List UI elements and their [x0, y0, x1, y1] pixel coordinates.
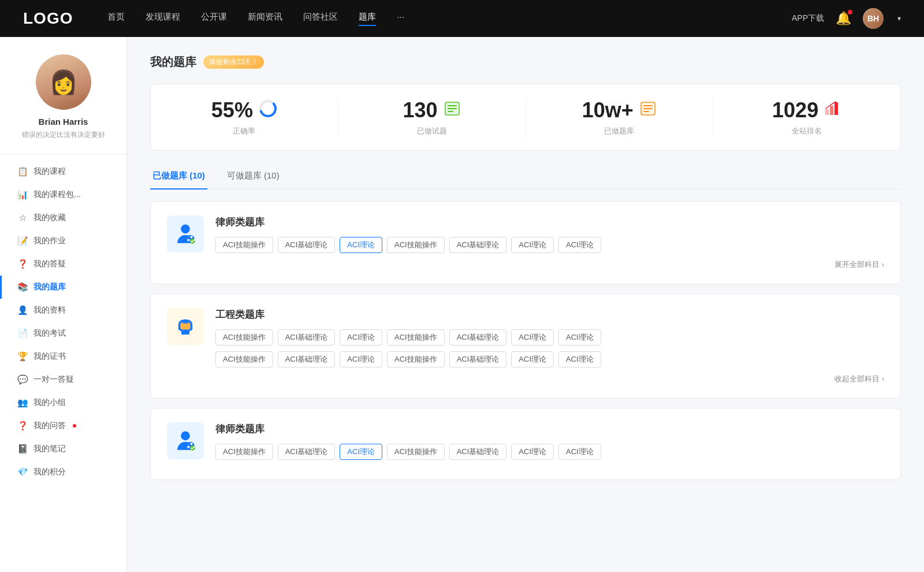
bank-card-lawyer-1: 律师类题库 ACI技能操作 ACI基础理论 ACI理论 ACI技能操作 ACI基…	[150, 201, 901, 284]
tab-available-banks[interactable]: 可做题库 (10)	[225, 165, 282, 188]
nav-more[interactable]: ···	[397, 12, 404, 26]
course-pkg-icon: 📊	[17, 190, 28, 200]
tag[interactable]: ACI基础理论	[449, 237, 507, 253]
nav-home[interactable]: 首页	[107, 12, 125, 26]
nav-app-download[interactable]: APP下载	[792, 13, 824, 24]
bank-icon-wrap-lawyer-2	[167, 422, 204, 459]
sidebar-item-label: 我的题库	[33, 282, 66, 292]
tag[interactable]: ACI基础理论	[278, 237, 336, 253]
stat-done-banks-label: 已做题库	[538, 126, 702, 136]
tab-done-banks[interactable]: 已做题库 (10)	[150, 165, 207, 188]
tag[interactable]: ACI理论	[511, 329, 554, 346]
tag[interactable]: ACI技能操作	[215, 329, 273, 346]
svg-point-19	[181, 431, 190, 440]
stat-ranking-value: 1029	[772, 98, 818, 122]
bank-content-lawyer-1: 律师类题库 ACI技能操作 ACI基础理论 ACI理论 ACI技能操作 ACI基…	[215, 216, 884, 270]
sidebar-item-label: 我的小组	[33, 398, 66, 408]
tag[interactable]: ACI理论	[558, 237, 601, 253]
tag[interactable]: ACI基础理论	[278, 444, 336, 460]
tag[interactable]: ACI基础理论	[278, 351, 336, 367]
group-icon: 👥	[17, 398, 28, 408]
tag[interactable]: ACI技能操作	[387, 237, 445, 253]
tag[interactable]: ACI基础理论	[449, 329, 507, 346]
tag[interactable]: ACI理论	[558, 351, 601, 367]
svg-rect-10	[825, 109, 829, 115]
bank-content-engineer: 工程类题库 ACI技能操作 ACI基础理论 ACI理论 ACI技能操作 ACI基…	[215, 308, 884, 384]
nav-qa[interactable]: 问答社区	[303, 12, 338, 26]
nav-news[interactable]: 新闻资讯	[248, 12, 282, 26]
tag[interactable]: ACI理论	[340, 351, 382, 367]
sidebar-item-collection[interactable]: ☆ 我的收藏	[0, 206, 126, 229]
tag-selected[interactable]: ACI理论	[340, 237, 382, 253]
nav-discover[interactable]: 发现课程	[146, 12, 180, 26]
tag[interactable]: ACI技能操作	[387, 444, 445, 460]
avatar[interactable]: BH	[863, 8, 884, 29]
sidebar-item-one-one-qa[interactable]: 💬 一对一答疑	[0, 368, 126, 391]
lawyer-icon	[173, 222, 198, 246]
bank-footer-engineer: 收起全部科目 ›	[215, 373, 884, 384]
sidebar-item-group[interactable]: 👥 我的小组	[0, 391, 126, 414]
svg-rect-11	[830, 106, 833, 115]
done-banks-icon	[639, 100, 657, 121]
nav-public[interactable]: 公开课	[201, 12, 227, 26]
nav-links: 首页 发现课程 公开课 新闻资讯 问答社区 题库 ···	[107, 12, 792, 26]
user-avatar: 👩	[36, 54, 91, 110]
page-layout: 👩 Brian Harris 错误的决定比没有决定要好 📋 我的课程 📊 我的课…	[0, 37, 924, 572]
tag[interactable]: ACI理论	[511, 237, 554, 253]
tag[interactable]: ACI理论	[558, 329, 601, 346]
tag[interactable]: ACI基础理论	[449, 351, 507, 367]
stat-done-questions-label: 已做试题	[350, 126, 514, 136]
sidebar-item-label: 我的考试	[33, 328, 66, 339]
tag[interactable]: ACI基础理论	[449, 444, 507, 460]
sidebar-item-question-bank[interactable]: 📚 我的题库	[0, 276, 126, 299]
sidebar-item-course-pkg[interactable]: 📊 我的课程包...	[0, 183, 126, 206]
navbar: LOGO 首页 发现课程 公开课 新闻资讯 问答社区 题库 ··· APP下载 …	[0, 0, 924, 37]
sidebar-item-exam[interactable]: 📄 我的考试	[0, 322, 126, 345]
tag[interactable]: ACI技能操作	[387, 351, 445, 367]
notification-bell[interactable]: 🔔	[836, 11, 851, 26]
lawyer-icon-2	[173, 429, 198, 453]
bank-icon-wrap	[167, 216, 204, 252]
nav-right: APP下载 🔔 BH ▾	[792, 8, 901, 29]
collection-icon: ☆	[17, 213, 28, 223]
exam-icon: 📄	[17, 328, 28, 339]
expand-link[interactable]: 展开全部科目 ›	[834, 260, 884, 269]
sidebar-item-certificate[interactable]: 🏆 我的证书	[0, 345, 126, 368]
avatar-chevron-icon[interactable]: ▾	[897, 14, 901, 23]
tag[interactable]: ACI理论	[511, 351, 554, 367]
sidebar-item-my-qa[interactable]: ❓ 我的问答	[0, 414, 126, 437]
sidebar-item-qa[interactable]: ❓ 我的答疑	[0, 252, 126, 276]
sidebar-item-notes[interactable]: 📓 我的笔记	[0, 437, 126, 460]
bank-card-engineer: 工程类题库 ACI技能操作 ACI基础理论 ACI理论 ACI技能操作 ACI基…	[150, 294, 901, 399]
sidebar: 👩 Brian Harris 错误的决定比没有决定要好 📋 我的课程 📊 我的课…	[0, 37, 127, 572]
tag[interactable]: ACI技能操作	[387, 329, 445, 346]
tag[interactable]: ACI理论	[558, 444, 601, 460]
tabs: 已做题库 (10) 可做题库 (10)	[150, 165, 901, 190]
svg-rect-18	[181, 332, 189, 335]
logo[interactable]: LOGO	[23, 9, 73, 28]
tag[interactable]: ACI理论	[340, 329, 382, 346]
sidebar-item-course[interactable]: 📋 我的课程	[0, 160, 126, 183]
tag[interactable]: ACI理论	[511, 444, 554, 460]
qa-notification-dot	[73, 424, 76, 428]
tag[interactable]: ACI基础理论	[278, 329, 336, 346]
sidebar-item-points[interactable]: 💎 我的积分	[0, 460, 126, 484]
user-motto: 错误的决定比没有决定要好	[12, 130, 115, 140]
accuracy-icon	[259, 99, 277, 122]
tag[interactable]: ACI技能操作	[215, 444, 273, 460]
sidebar-item-homework[interactable]: 📝 我的作业	[0, 229, 126, 252]
svg-point-13	[181, 224, 190, 233]
bank-card-lawyer-2: 律师类题库 ACI技能操作 ACI基础理论 ACI理论 ACI技能操作 ACI基…	[150, 408, 901, 480]
nav-bank[interactable]: 题库	[359, 12, 376, 26]
tag-selected[interactable]: ACI理论	[340, 444, 382, 460]
stat-done-banks-value: 10w+	[582, 98, 634, 122]
user-name: Brian Harris	[12, 117, 115, 127]
collapse-link[interactable]: 收起全部科目 ›	[834, 374, 884, 383]
sidebar-item-profile[interactable]: 👤 我的资料	[0, 299, 126, 322]
tag[interactable]: ACI技能操作	[215, 237, 273, 253]
tag[interactable]: ACI技能操作	[215, 351, 273, 367]
sidebar-item-label: 我的课程	[33, 166, 66, 177]
qa-icon: ❓	[17, 259, 28, 269]
bank-title: 律师类题库	[215, 216, 884, 229]
main-content: 我的题库 体验剩余23天！ 55% 正确率	[127, 37, 924, 572]
